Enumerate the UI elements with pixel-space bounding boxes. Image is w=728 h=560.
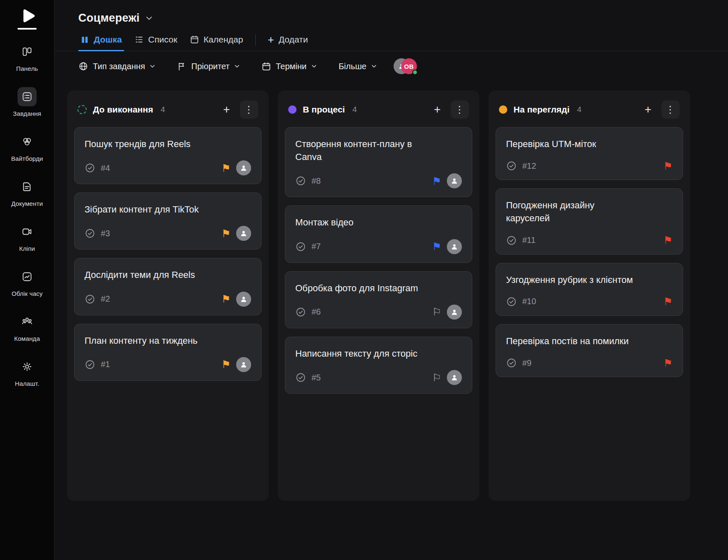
- app-logo[interactable]: [17, 8, 37, 30]
- calendar-view-icon: [190, 35, 199, 44]
- task-title: План контенту на тиждень: [85, 334, 219, 347]
- check-circle-icon[interactable]: [295, 175, 306, 186]
- page-title: Соцмережі: [78, 12, 140, 25]
- team-icon: [17, 312, 37, 331]
- task-card[interactable]: Пошук трендів для Reels #4 ⚑: [74, 127, 262, 184]
- kebab-menu-icon: ⋮: [455, 104, 465, 115]
- column-menu-button[interactable]: ⋮: [451, 100, 469, 119]
- column-count: 4: [577, 105, 582, 114]
- task-card[interactable]: Погодження дизайну каруселей #11 ⚑: [496, 188, 683, 254]
- sidebar-item-label: Налашт.: [15, 380, 39, 387]
- filter-task-type[interactable]: Тип завдання: [78, 61, 154, 71]
- assignee-avatar: [236, 357, 251, 372]
- sidebar-item-team[interactable]: Команда: [14, 312, 40, 342]
- filter-bar: Тип завдання Пріоритет: [55, 51, 728, 81]
- dashboard-icon: [17, 42, 37, 61]
- documents-icon: [17, 177, 37, 196]
- add-task-button[interactable]: +: [639, 100, 657, 119]
- kebab-menu-icon: ⋮: [666, 104, 676, 115]
- check-circle-icon[interactable]: [295, 307, 306, 318]
- plus-icon: +: [268, 35, 274, 44]
- task-meta: #1 ⚑: [85, 357, 251, 372]
- task-title: Дослідити теми для Reels: [85, 268, 219, 281]
- task-id: #9: [522, 358, 531, 368]
- check-circle-icon[interactable]: [85, 359, 95, 370]
- task-meta: #12 ⚑: [506, 160, 673, 171]
- task-meta: #8 ⚑: [295, 173, 462, 188]
- check-circle-icon[interactable]: [85, 162, 95, 173]
- sidebar-item-tasks[interactable]: Завдання: [13, 87, 41, 117]
- task-card[interactable]: Монтаж відео #7 ⚑: [285, 205, 472, 262]
- tab-list[interactable]: Список: [128, 35, 184, 51]
- task-meta: #3 ⚑: [85, 226, 251, 241]
- sidebar-item-time-tracking[interactable]: Облік часу: [12, 267, 43, 297]
- sidebar-item-settings[interactable]: Налашт.: [15, 357, 39, 387]
- settings-gear-icon: [17, 357, 37, 376]
- add-task-button[interactable]: +: [217, 100, 236, 119]
- task-id: #12: [522, 161, 536, 171]
- check-circle-icon[interactable]: [506, 235, 517, 246]
- sidebar-item-label: Облік часу: [12, 290, 43, 297]
- sidebar-item-panel[interactable]: Панель: [16, 42, 38, 72]
- task-id: #8: [312, 176, 321, 186]
- sidebar-item-clips[interactable]: Кліпи: [17, 222, 37, 252]
- column-in-review: На перегляді 4 + ⋮ Перевірка UTM-міток: [489, 90, 690, 501]
- filter-priority[interactable]: Пріоритет: [177, 62, 239, 71]
- sidebar-item-whiteboards[interactable]: Вайтборди: [11, 132, 43, 162]
- assignee-avatar: [447, 173, 462, 188]
- status-in-progress-icon: [288, 105, 297, 114]
- check-circle-icon[interactable]: [506, 160, 517, 171]
- task-id: #6: [312, 307, 321, 317]
- filter-label: Більше: [339, 62, 366, 71]
- task-card[interactable]: Написання тексту для сторіс #5 ⚐: [285, 337, 472, 394]
- column-menu-button[interactable]: ⋮: [240, 100, 258, 119]
- priority-flag-icon: ⚑: [663, 235, 673, 245]
- task-id: #5: [312, 373, 321, 382]
- task-card[interactable]: Зібрати контент для TikTok #3 ⚑: [74, 192, 262, 250]
- sidebar-item-label: Команда: [14, 335, 40, 342]
- view-tabs: Дошка Список: [55, 30, 728, 51]
- card-list: Перевірка UTM-міток #12 ⚑ Погодження диз…: [496, 127, 683, 377]
- filter-more[interactable]: Більше: [339, 62, 376, 71]
- kebab-menu-icon: ⋮: [244, 104, 254, 115]
- priority-flag-icon: ⚐: [432, 372, 441, 383]
- whiteboards-icon: [17, 132, 37, 151]
- task-card[interactable]: План контенту на тиждень #1 ⚑: [74, 324, 262, 381]
- task-card[interactable]: Перевірка постів на помилки #9 ⚑: [496, 324, 683, 377]
- add-task-button[interactable]: +: [428, 100, 446, 119]
- calendar-icon: [262, 62, 271, 71]
- filter-due-dates[interactable]: Терміни: [262, 62, 316, 71]
- check-circle-icon[interactable]: [506, 358, 517, 368]
- task-id: #3: [101, 229, 110, 238]
- check-circle-icon[interactable]: [295, 372, 306, 383]
- check-circle-icon[interactable]: [85, 228, 95, 239]
- task-card[interactable]: Створення контент-плану в Canva #8 ⚑: [285, 127, 472, 197]
- add-view-button[interactable]: + Додати: [262, 35, 314, 51]
- priority-flag-icon: ⚑: [663, 161, 673, 171]
- tab-board[interactable]: Дошка: [74, 35, 128, 51]
- task-card[interactable]: Перевірка UTM-міток #12 ⚑: [496, 127, 683, 180]
- task-card[interactable]: Узгодження рубрик з клієнтом #10 ⚑: [496, 263, 683, 316]
- main-area: Соцмережі Дошка: [55, 0, 728, 560]
- check-circle-icon[interactable]: [506, 296, 517, 307]
- check-circle-icon[interactable]: [85, 294, 95, 305]
- task-card[interactable]: Дослідити теми для Reels #2 ⚑: [74, 258, 262, 315]
- assignee-avatars[interactable]: ОВ: [394, 58, 417, 74]
- task-meta: #6 ⚐: [295, 305, 462, 320]
- task-id: #11: [522, 235, 536, 245]
- online-status-dot: [412, 70, 418, 75]
- space-title-dropdown[interactable]: Соцмережі: [55, 0, 728, 30]
- task-title: Пошук трендів для Reels: [85, 138, 219, 150]
- tab-calendar[interactable]: Календар: [184, 35, 249, 51]
- priority-flag-icon: ⚑: [222, 228, 231, 239]
- plus-icon: +: [223, 105, 230, 114]
- task-card[interactable]: Обробка фото для Instagram #6 ⚐: [285, 271, 472, 328]
- app-root: Панель Завдання: [0, 0, 728, 560]
- column-menu-button[interactable]: ⋮: [661, 100, 680, 119]
- check-circle-icon[interactable]: [295, 241, 306, 252]
- board-view-icon: [80, 35, 89, 44]
- column-header: До виконання 4 + ⋮: [74, 99, 262, 127]
- card-list: Пошук трендів для Reels #4 ⚑: [74, 127, 262, 381]
- task-meta: #11 ⚑: [506, 235, 673, 246]
- sidebar-item-documents[interactable]: Документи: [11, 177, 43, 207]
